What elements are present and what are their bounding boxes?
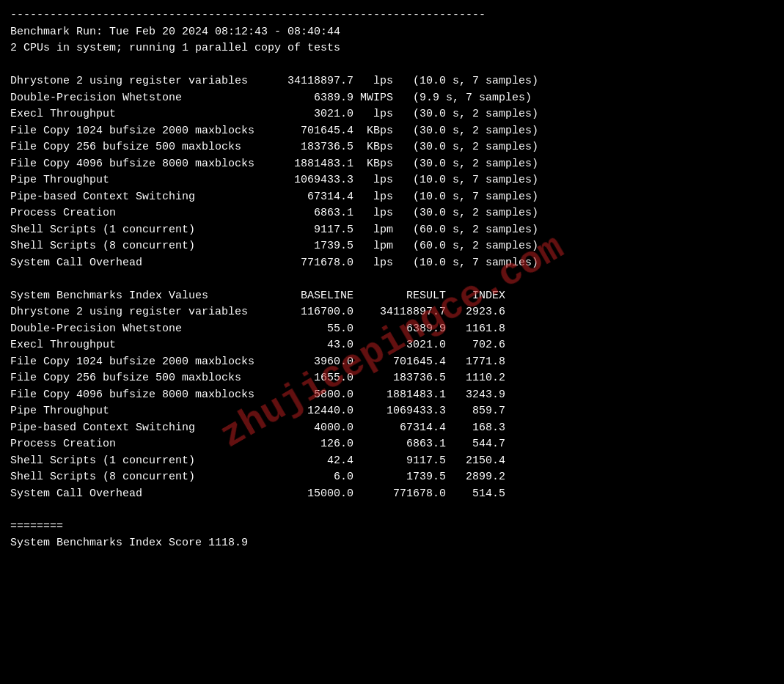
result-row: Shell Scripts (8 concurrent) 1739.5 lpm … xyxy=(10,238,774,255)
index-row: System Call Overhead 15000.0 771678.0 51… xyxy=(10,486,774,503)
cpu-info-line: 2 CPUs in system; running 1 parallel cop… xyxy=(10,40,774,57)
index-row: Process Creation 126.0 6863.1 544.7 xyxy=(10,436,774,453)
result-row: Dhrystone 2 using register variables 341… xyxy=(10,73,774,90)
result-row: Process Creation 6863.1 lps (30.0 s, 2 s… xyxy=(10,205,774,222)
result-row: File Copy 4096 bufsize 8000 maxblocks 18… xyxy=(10,156,774,173)
result-row: Shell Scripts (1 concurrent) 9117.5 lpm … xyxy=(10,222,774,239)
index-section: System Benchmarks Index Values BASELINE … xyxy=(10,288,774,503)
score-line: System Benchmarks Index Score 1118.9 xyxy=(10,535,774,552)
index-row: Shell Scripts (8 concurrent) 6.0 1739.5 … xyxy=(10,469,774,486)
score-line: ========System Benchmarks Index Score 11… xyxy=(10,519,774,552)
index-row: Execl Throughput 43.0 3021.0 702.6 xyxy=(10,337,774,354)
index-row: File Copy 1024 bufsize 2000 maxblocks 39… xyxy=(10,354,774,371)
index-row: Double-Precision Whetstone 55.0 6389.9 1… xyxy=(10,321,774,338)
index-row: Dhrystone 2 using register variables 116… xyxy=(10,304,774,321)
benchmark-run-line: Benchmark Run: Tue Feb 20 2024 08:12:43 … xyxy=(10,24,774,41)
divider-top: ----------------------------------------… xyxy=(10,7,774,24)
index-row: Shell Scripts (1 concurrent) 42.4 9117.5… xyxy=(10,453,774,470)
index-row: Pipe Throughput 12440.0 1069433.3 859.7 xyxy=(10,403,774,420)
results-section: Dhrystone 2 using register variables 341… xyxy=(10,73,774,271)
result-row: File Copy 256 bufsize 500 maxblocks 1837… xyxy=(10,139,774,156)
result-row: Execl Throughput 3021.0 lps (30.0 s, 2 s… xyxy=(10,106,774,123)
result-row: Pipe Throughput 1069433.3 lps (10.0 s, 7… xyxy=(10,172,774,189)
terminal: ----------------------------------------… xyxy=(10,7,774,552)
equals-divider: ======== xyxy=(10,519,774,536)
index-row: Pipe-based Context Switching 4000.0 6731… xyxy=(10,420,774,437)
result-row: File Copy 1024 bufsize 2000 maxblocks 70… xyxy=(10,123,774,140)
result-row: Double-Precision Whetstone 6389.9 MWIPS … xyxy=(10,90,774,107)
index-row: File Copy 4096 bufsize 8000 maxblocks 58… xyxy=(10,387,774,404)
index-header: System Benchmarks Index Values BASELINE … xyxy=(10,288,774,305)
index-row: File Copy 256 bufsize 500 maxblocks 1655… xyxy=(10,370,774,387)
result-row: System Call Overhead 771678.0 lps (10.0 … xyxy=(10,255,774,272)
result-row: Pipe-based Context Switching 67314.4 lps… xyxy=(10,189,774,206)
